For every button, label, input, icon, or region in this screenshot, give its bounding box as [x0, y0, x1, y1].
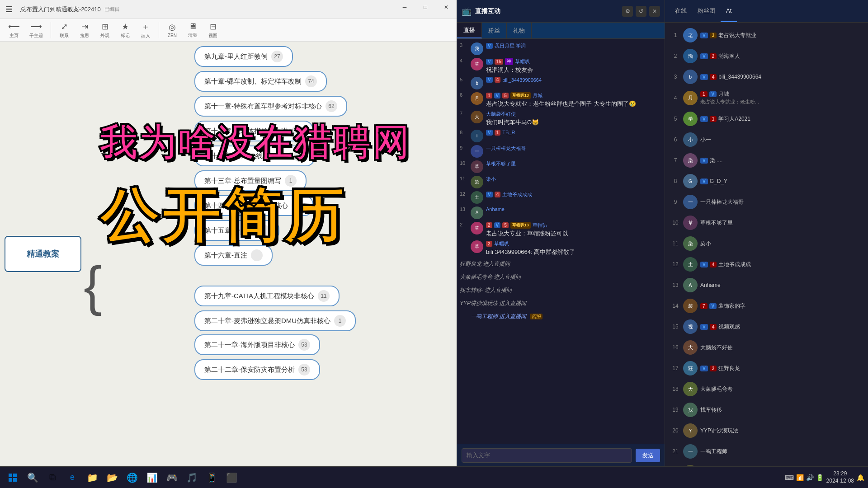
- taskbar-browser-icon[interactable]: 🌐: [123, 469, 141, 487]
- taskbar-app3-icon[interactable]: 🎵: [183, 469, 201, 487]
- user-info-15: V 4 视频观感: [700, 323, 863, 331]
- user-info-20: YYP讲沙漠玩法: [700, 427, 863, 435]
- menu-icon[interactable]: ☰: [0, 0, 18, 19]
- user-item-21: 21 一 一鸣工程师: [668, 442, 865, 460]
- chapter-label-4: 第十二章-上车体指导书专讲: [204, 127, 288, 136]
- chat-message-10: 12 土 V 4 土地爷成成成: [460, 191, 662, 204]
- chat-input-area: 发送: [457, 444, 665, 466]
- user-info-3: V 4 bili_34439900664: [700, 74, 863, 80]
- avatar-12: 草: [471, 222, 483, 235]
- user-item-14: 14 装 7 V 装饰家的字: [668, 297, 865, 315]
- toolbar-insert[interactable]: ＋ 插入: [137, 19, 155, 41]
- user-avatar-11: 染: [683, 236, 698, 251]
- chapter-node-2[interactable]: 第十章-骡车改制、标定样车改制 74: [194, 71, 327, 92]
- mindmap-root-node[interactable]: 精通教案: [5, 236, 81, 272]
- user-item-3: 3 b V 4 bili_34439900664: [668, 68, 865, 86]
- chat-message-5: 7 大 大脑袋不好使 我们叫汽车牛马O😸: [460, 111, 662, 127]
- avatar-10: 土: [471, 191, 483, 204]
- svg-rect-8: [9, 474, 12, 477]
- minimize-button[interactable]: ─: [394, 0, 415, 14]
- close-live-icon[interactable]: ✕: [649, 6, 660, 17]
- user-item-15: 15 视 V 4 视频观感: [668, 318, 865, 336]
- user-avatar-1: 老: [683, 28, 698, 42]
- chapter-node-3[interactable]: 第十一章-特殊布置车型参考对标非核心 62: [194, 96, 347, 117]
- toolbar-external[interactable]: ⊞ 外观: [96, 20, 114, 41]
- taskbar-task-view-icon[interactable]: ⧉: [43, 469, 61, 487]
- chat-content-10: V 4 土地爷成成成: [486, 191, 662, 198]
- chapter-node-6[interactable]: 第十三章-总布置量图编写 1: [194, 170, 307, 191]
- settings-icon[interactable]: ⚙: [622, 6, 633, 17]
- refresh-icon[interactable]: ↺: [636, 6, 646, 17]
- taskbar-windows-icon[interactable]: [4, 469, 22, 487]
- chapter-label-6: 第十三章-总布置量图编写: [204, 177, 281, 185]
- mindmap-content[interactable]: 精通教案 { 第九章-里人红距教例 27 第十章-骡车改制、标定样车改制 74 …: [0, 42, 457, 470]
- svg-rect-10: [9, 478, 12, 482]
- chapter-node-12[interactable]: 第二十一章-海外版项目非核心 53: [194, 334, 320, 355]
- chapter-label-7: 第十四章-总布置复杂非核心: [204, 202, 288, 210]
- taskbar-files-icon[interactable]: 📂: [103, 469, 121, 487]
- toolbar-mark[interactable]: ★ 标记: [116, 20, 134, 41]
- avatar-3: b: [471, 77, 483, 89]
- user-avatar-21: 一: [683, 444, 698, 459]
- battery-icon[interactable]: 🔋: [816, 474, 824, 481]
- live-tab-fans[interactable]: 粉丝: [482, 23, 507, 38]
- notification-icon[interactable]: 🔔: [857, 474, 864, 481]
- chat-message-7: 9 一 一只棒棒龙大福哥: [460, 145, 662, 158]
- toolbar-forward[interactable]: ⟶ 子主题: [26, 20, 47, 41]
- forward-icon: ⟶: [30, 22, 42, 32]
- chapter-node-7[interactable]: 第十四章-总布置复杂非核心: [194, 195, 313, 216]
- chapter-node-11[interactable]: 第二十章-麦弗逊独立悬架DMU仿真非核心 1: [194, 310, 356, 331]
- toolbar-connect[interactable]: ⤢ 联系: [55, 20, 73, 41]
- toolbar-indent[interactable]: ⇥ 拉思: [75, 20, 94, 41]
- toolbar-clear[interactable]: 🖥 清境: [184, 20, 202, 40]
- taskbar-time[interactable]: 23:29 2024-12-08: [826, 470, 854, 484]
- toolbar-view[interactable]: ⊟ 视图: [204, 20, 222, 41]
- chapter-label-2: 第十章-骡车改制、标定样车改制: [204, 77, 302, 86]
- tab-online[interactable]: 在线: [670, 0, 692, 22]
- chat-content-8: 草根不够了里: [486, 160, 662, 167]
- chat-message-1: 3 我 V 我日月星·学润: [460, 42, 662, 55]
- chat-input[interactable]: [462, 448, 632, 463]
- chat-content-12: 2 V 5 草帽叭13 草帽叭 老占说大专业：草帽涨粉还可以: [486, 222, 662, 238]
- user-info-13: Anhame: [700, 282, 863, 288]
- chapter-node-10[interactable]: 第十九章-CATIA人机工程模块非核心 11: [194, 286, 340, 306]
- network-icon[interactable]: 📶: [796, 474, 804, 481]
- taskbar-app1-icon[interactable]: 📊: [143, 469, 161, 487]
- taskbar-search-icon[interactable]: 🔍: [24, 469, 42, 487]
- live-tab-broadcast[interactable]: 直播: [457, 23, 482, 38]
- live-tab-gifts[interactable]: 礼物: [507, 23, 532, 38]
- user-info-8: V G_D_Y: [700, 178, 863, 184]
- chapter-node-5[interactable]: 第十三章-内饰3D线框图编写: [194, 145, 315, 166]
- taskbar-folder-icon[interactable]: 📁: [83, 469, 101, 487]
- svg-rect-11: [13, 478, 17, 482]
- toolbar-insert-label: 插入: [141, 33, 150, 39]
- avatar-6: T: [471, 130, 483, 142]
- chapter-badge-8: [258, 225, 269, 236]
- toolbar-back[interactable]: ⟵ 主页: [5, 20, 24, 41]
- chapter-node-8[interactable]: 第十五章-一导法: [194, 220, 279, 241]
- taskbar-terminal-icon[interactable]: ⬛: [222, 469, 241, 487]
- taskbar-edge-icon[interactable]: e: [63, 469, 81, 487]
- keyboard-icon[interactable]: ⌨: [785, 474, 794, 481]
- main-content-area: ☰ 总布置入门到精通教案-202410 已编辑 ─ □ ✕ ⟵ 主页 ⟶ 子主题…: [0, 0, 457, 488]
- chapter-node-13[interactable]: 第二十二章-保安防灾布置分析 53: [194, 359, 320, 380]
- chapter-node-1[interactable]: 第九章-里人红距教例 27: [194, 46, 293, 67]
- toolbar-zen[interactable]: ◎ ZEN: [163, 20, 181, 40]
- tab-fans[interactable]: 粉丝团: [692, 0, 721, 22]
- chapter-node-9[interactable]: 第十六章-直注: [194, 245, 273, 266]
- tab-at[interactable]: At: [721, 0, 737, 22]
- volume-icon[interactable]: 🔊: [806, 474, 814, 481]
- toolbar-external-label: 外观: [100, 33, 109, 39]
- chapter-node-4[interactable]: 第十二章-上车体指导书专讲 1: [194, 121, 313, 141]
- insert-icon: ＋: [142, 21, 150, 32]
- chat-content-15: 一鸣工程师 进入直播间 回旧: [471, 311, 662, 322]
- zen-icon: ◎: [169, 22, 176, 32]
- maximize-button[interactable]: □: [415, 0, 436, 14]
- avatar-13: 草: [471, 240, 483, 253]
- chapter-badge-10: 11: [318, 290, 330, 302]
- taskbar-app4-icon[interactable]: 📱: [203, 469, 221, 487]
- chat-send-button[interactable]: 发送: [636, 449, 660, 462]
- user-info-18: 大象腿毛弯弯: [700, 385, 863, 393]
- close-button[interactable]: ✕: [436, 0, 457, 14]
- taskbar-app2-icon[interactable]: 🎮: [163, 469, 181, 487]
